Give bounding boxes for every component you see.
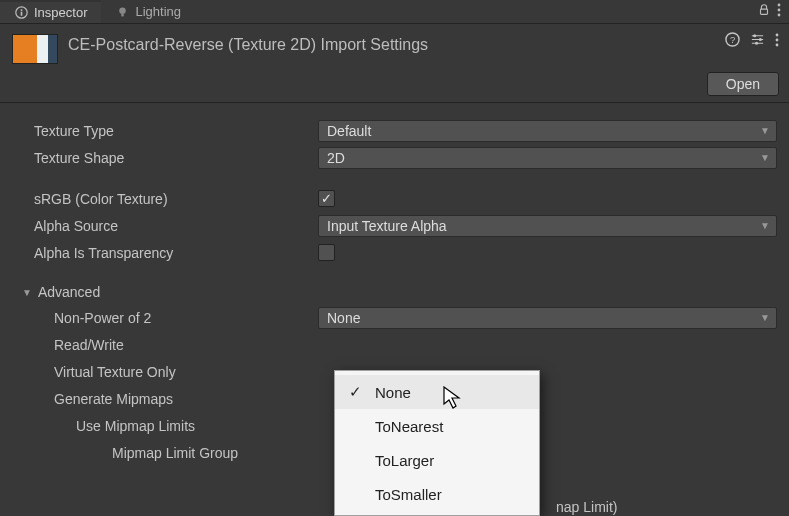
svg-rect-2 [20,9,22,11]
svg-point-6 [778,4,781,7]
read-write-label: Read/Write [12,337,318,353]
mipmap-limit-group-label: Mipmap Limit Group [12,445,318,461]
lock-icon[interactable] [757,3,771,20]
srgb-checkbox[interactable]: ✓ [318,190,335,207]
check-icon: ✓ [349,383,362,401]
alpha-is-transparency-checkbox[interactable] [318,244,335,261]
svg-rect-5 [761,9,768,14]
popup-item-tonearest[interactable]: ToNearest [335,409,539,443]
svg-text:?: ? [730,35,735,45]
non-power-of-2-dropdown[interactable]: None ▼ [318,307,777,329]
virtual-texture-only-label: Virtual Texture Only [12,364,318,380]
asset-thumbnail [12,34,58,64]
alpha-source-dropdown[interactable]: Input Texture Alpha ▼ [318,215,777,237]
more-icon[interactable] [777,3,781,20]
open-row: Open [0,70,789,102]
inspector-header: CE-Postcard-Reverse (Texture 2D) Import … [0,24,789,70]
dropdown-value: 2D [327,150,345,166]
svg-point-13 [755,42,758,45]
texture-shape-dropdown[interactable]: 2D ▼ [318,147,777,169]
svg-point-16 [776,43,779,46]
divider [0,102,789,103]
non-power-of-2-label: Non-Power of 2 [12,310,318,326]
foldout-label: Advanced [38,284,100,300]
texture-type-dropdown[interactable]: Default ▼ [318,120,777,142]
svg-point-11 [753,34,756,37]
texture-shape-label: Texture Shape [12,150,318,166]
svg-point-15 [776,38,779,41]
non-power-of-2-popup: ✓ None ToNearest ToLarger ToSmaller [334,370,540,516]
open-button[interactable]: Open [707,72,779,96]
popup-item-tolarger[interactable]: ToLarger [335,443,539,477]
svg-rect-1 [20,12,22,16]
srgb-label: sRGB (Color Texture) [12,191,318,207]
more-icon[interactable] [775,33,779,50]
svg-point-3 [119,7,126,14]
dropdown-value: None [327,310,360,326]
svg-point-12 [759,38,762,41]
chevron-down-icon: ▼ [760,125,770,136]
header-icons: ? [725,32,779,50]
chevron-down-icon: ▼ [760,152,770,163]
svg-point-8 [778,14,781,17]
chevron-down-icon: ▼ [760,312,770,323]
page-title: CE-Postcard-Reverse (Texture 2D) Import … [68,34,428,54]
tab-lighting[interactable]: Lighting [101,0,195,23]
texture-type-label: Texture Type [12,123,318,139]
mouse-cursor-icon [443,386,463,415]
sliders-icon[interactable] [750,32,765,50]
popup-item-tosmaller[interactable]: ToSmaller [335,477,539,511]
tab-right-controls [757,3,789,20]
tab-label: Inspector [34,5,87,20]
svg-rect-4 [121,14,123,16]
foldout-triangle-icon: ▼ [22,287,32,298]
info-icon [14,6,28,20]
alpha-is-transparency-label: Alpha Is Transparency [12,245,318,261]
advanced-foldout[interactable]: ▼ Advanced [12,280,777,304]
alpha-source-label: Alpha Source [12,218,318,234]
generate-mipmaps-label: Generate Mipmaps [12,391,318,407]
popup-item-label: ToLarger [375,452,434,469]
help-icon[interactable]: ? [725,32,740,50]
tab-inspector[interactable]: Inspector [0,0,101,23]
mipmap-limit-group-value-fragment: nap Limit) [556,499,617,515]
svg-point-14 [776,33,779,36]
light-icon [115,5,129,19]
tab-label: Lighting [135,4,181,19]
popup-item-label: ToNearest [375,418,443,435]
popup-item-label: ToSmaller [375,486,442,503]
popup-item-none[interactable]: ✓ None [335,375,539,409]
dropdown-value: Input Texture Alpha [327,218,447,234]
chevron-down-icon: ▼ [760,220,770,231]
dropdown-value: Default [327,123,371,139]
popup-item-label: None [375,384,411,401]
use-mipmap-limits-label: Use Mipmap Limits [12,418,318,434]
svg-point-7 [778,9,781,12]
tab-bar: Inspector Lighting [0,0,789,24]
